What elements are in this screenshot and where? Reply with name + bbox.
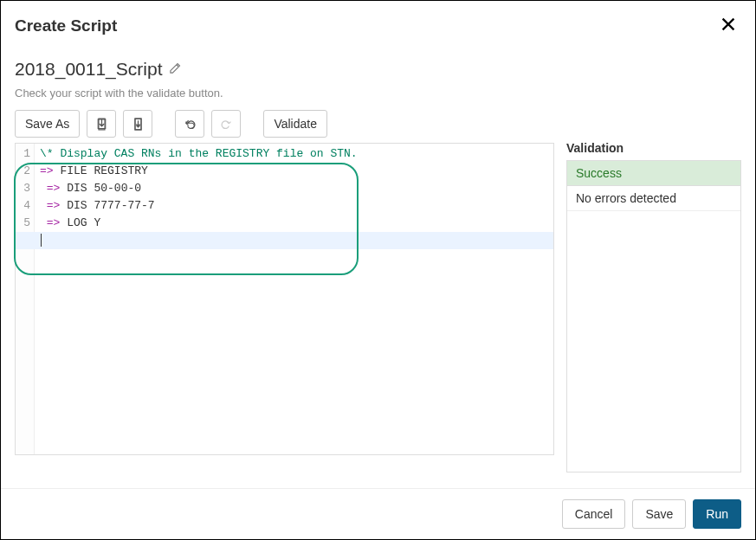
validation-message: No errors detected (567, 186, 740, 211)
subheader: 2018_0011_Script Check your script with … (1, 47, 755, 100)
edit-name-button[interactable] (167, 60, 184, 79)
validation-panel: Validation Success No errors detected (566, 110, 741, 472)
line-number: 1 (16, 145, 34, 163)
validation-box: Success No errors detected (566, 160, 741, 472)
footer: Cancel Save Run (1, 488, 755, 539)
redo-button[interactable] (211, 110, 241, 138)
script-name: 2018_0011_Script (15, 59, 162, 80)
text-cursor (41, 234, 42, 247)
pencil-icon (169, 61, 182, 74)
code-line: => DIS 50-00-0 (40, 180, 548, 197)
redo-icon (219, 117, 234, 132)
code-line: \* Display CAS RNs in the REGISTRY file … (40, 145, 548, 163)
export-button[interactable] (123, 110, 152, 138)
dialog-title: Create Script (15, 16, 117, 35)
import-icon (94, 117, 109, 132)
line-number: 2 (16, 163, 34, 180)
validation-title: Validation (566, 141, 741, 155)
line-number: 4 (16, 197, 34, 215)
code-line (40, 232, 548, 249)
undo-icon (183, 117, 197, 132)
validation-status: Success (567, 161, 740, 186)
code-line: => FILE REGISTRY (40, 163, 548, 180)
save-as-button[interactable]: Save As (15, 110, 80, 138)
line-number: 3 (16, 180, 34, 197)
toolbar: Save As Validate (15, 110, 554, 138)
code-editor[interactable]: 1 2 3 4 5 6 \* Display CAS RNs in the RE… (15, 143, 554, 455)
run-button[interactable]: Run (693, 499, 741, 529)
import-button[interactable] (87, 110, 116, 138)
validate-button[interactable]: Validate (263, 110, 327, 138)
dialog-header: Create Script (1, 1, 755, 47)
close-button[interactable] (715, 11, 741, 40)
description: Check your script with the validate butt… (15, 87, 741, 100)
undo-button[interactable] (175, 110, 204, 138)
code-line: => DIS 7777-77-7 (40, 197, 548, 215)
export-icon (131, 117, 145, 132)
cancel-button[interactable]: Cancel (562, 499, 626, 529)
editor-panel: Save As Validate 1 2 3 4 (15, 110, 554, 472)
code-line: => LOG Y (40, 215, 548, 232)
code-area[interactable]: \* Display CAS RNs in the REGISTRY file … (35, 144, 553, 454)
close-icon (719, 15, 738, 34)
save-button[interactable]: Save (632, 499, 686, 529)
gutter: 1 2 3 4 5 6 (16, 144, 35, 454)
line-number: 5 (16, 215, 34, 232)
